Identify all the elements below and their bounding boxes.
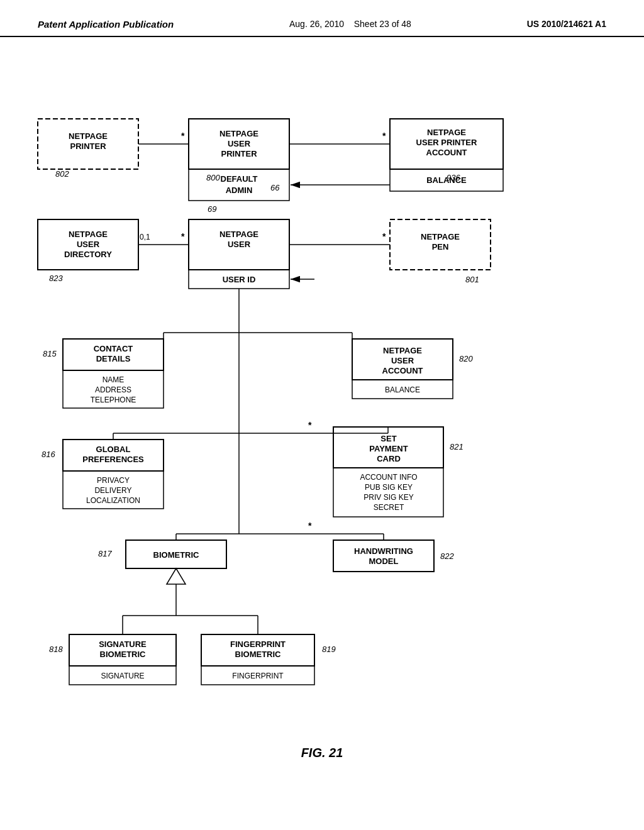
svg-text:*: * <box>181 231 185 241</box>
svg-text:NETPAGE: NETPAGE <box>219 129 258 138</box>
svg-text:PUB SIG KEY: PUB SIG KEY <box>365 483 413 492</box>
svg-text:*: * <box>308 521 312 531</box>
svg-text:BIOMETRIC: BIOMETRIC <box>235 650 282 659</box>
svg-text:USER: USER <box>228 139 251 148</box>
svg-rect-71 <box>333 540 434 572</box>
svg-text:USER ID: USER ID <box>223 275 256 284</box>
svg-text:NETPAGE: NETPAGE <box>421 232 460 241</box>
svg-text:ADDRESS: ADDRESS <box>95 385 131 394</box>
svg-text:823: 823 <box>49 274 63 283</box>
svg-text:BALANCE: BALANCE <box>385 385 420 394</box>
svg-text:USER: USER <box>228 240 251 249</box>
svg-text:DELIVERY: DELIVERY <box>94 486 131 495</box>
svg-text:PRINTER: PRINTER <box>70 141 106 151</box>
svg-text:ACCOUNT: ACCOUNT <box>426 148 467 157</box>
svg-text:NETPAGE: NETPAGE <box>383 346 422 355</box>
svg-text:ACCOUNT INFO: ACCOUNT INFO <box>360 473 417 482</box>
svg-text:DIRECTORY: DIRECTORY <box>64 250 112 259</box>
svg-text:DETAILS: DETAILS <box>96 354 131 363</box>
svg-text:817: 817 <box>98 549 112 558</box>
svg-text:USER PRINTER: USER PRINTER <box>416 138 477 147</box>
svg-text:PRIVACY: PRIVACY <box>97 476 130 485</box>
svg-text:SECRET: SECRET <box>374 503 404 512</box>
svg-text:PRIV SIG KEY: PRIV SIG KEY <box>364 493 413 502</box>
svg-text:USER: USER <box>391 356 414 365</box>
svg-text:820: 820 <box>459 354 473 363</box>
svg-text:*: * <box>181 131 185 141</box>
svg-text:*: * <box>382 231 386 241</box>
svg-text:NETPAGE: NETPAGE <box>219 230 258 239</box>
svg-text:0,1: 0,1 <box>140 233 150 241</box>
publication-label: Patent Application Publication <box>38 19 174 30</box>
sheet-info: Sheet 23 of 48 <box>354 19 411 29</box>
svg-text:815: 815 <box>43 349 57 358</box>
svg-text:PREFERENCES: PREFERENCES <box>82 455 144 464</box>
svg-text:LOCALIZATION: LOCALIZATION <box>86 496 140 505</box>
pub-date: Aug. 26, 2010 <box>289 19 344 29</box>
svg-text:BALANCE: BALANCE <box>426 175 467 185</box>
svg-text:PAYMENT: PAYMENT <box>369 444 408 453</box>
uml-diagram: NETPAGE PRINTER 802 NETPAGE USER PRINTER… <box>0 37 644 779</box>
svg-marker-119 <box>167 568 186 584</box>
publication-number: US 2010/214621 A1 <box>527 19 606 29</box>
svg-text:*: * <box>308 420 312 430</box>
svg-text:CONTACT: CONTACT <box>94 344 133 353</box>
svg-text:FINGERPRINT: FINGERPRINT <box>232 672 284 680</box>
svg-text:PRINTER: PRINTER <box>221 149 257 158</box>
svg-text:BIOMETRIC: BIOMETRIC <box>100 650 147 659</box>
svg-text:ADMIN: ADMIN <box>226 185 253 195</box>
svg-text:*: * <box>382 131 386 141</box>
svg-text:PEN: PEN <box>432 242 449 252</box>
svg-text:66: 66 <box>270 183 280 192</box>
svg-text:800: 800 <box>206 173 220 182</box>
svg-text:801: 801 <box>465 275 479 284</box>
figure-caption: FIG. 21 <box>301 746 343 760</box>
svg-text:802: 802 <box>55 169 69 179</box>
svg-text:MODEL: MODEL <box>369 556 399 566</box>
svg-text:819: 819 <box>322 645 336 654</box>
publication-date-sheet: Aug. 26, 2010 Sheet 23 of 48 <box>289 19 411 29</box>
svg-text:816: 816 <box>42 450 55 459</box>
svg-text:822: 822 <box>440 551 454 561</box>
diagram-area: NETPAGE PRINTER 802 NETPAGE USER PRINTER… <box>0 37 644 779</box>
svg-text:CARD: CARD <box>377 454 401 463</box>
svg-text:SIGNATURE: SIGNATURE <box>99 639 147 649</box>
svg-text:SET: SET <box>380 434 396 443</box>
svg-text:FINGERPRINT: FINGERPRINT <box>230 639 286 649</box>
svg-text:GLOBAL: GLOBAL <box>96 445 131 454</box>
svg-text:69: 69 <box>208 204 216 214</box>
svg-text:NAME: NAME <box>103 375 125 384</box>
svg-text:821: 821 <box>450 442 464 451</box>
svg-text:NETPAGE: NETPAGE <box>69 230 108 239</box>
svg-text:NETPAGE: NETPAGE <box>69 131 108 141</box>
svg-text:ACCOUNT: ACCOUNT <box>382 366 423 375</box>
svg-text:NETPAGE: NETPAGE <box>427 128 466 137</box>
svg-text:BIOMETRIC: BIOMETRIC <box>153 550 200 560</box>
svg-text:818: 818 <box>49 645 63 654</box>
svg-text:DEFAULT: DEFAULT <box>221 174 258 184</box>
svg-text:USER: USER <box>77 240 100 249</box>
svg-text:HANDWRITING: HANDWRITING <box>354 546 413 556</box>
svg-text:TELEPHONE: TELEPHONE <box>91 396 136 404</box>
page-header: Patent Application Publication Aug. 26, … <box>0 0 644 37</box>
svg-text:SIGNATURE: SIGNATURE <box>101 672 144 680</box>
